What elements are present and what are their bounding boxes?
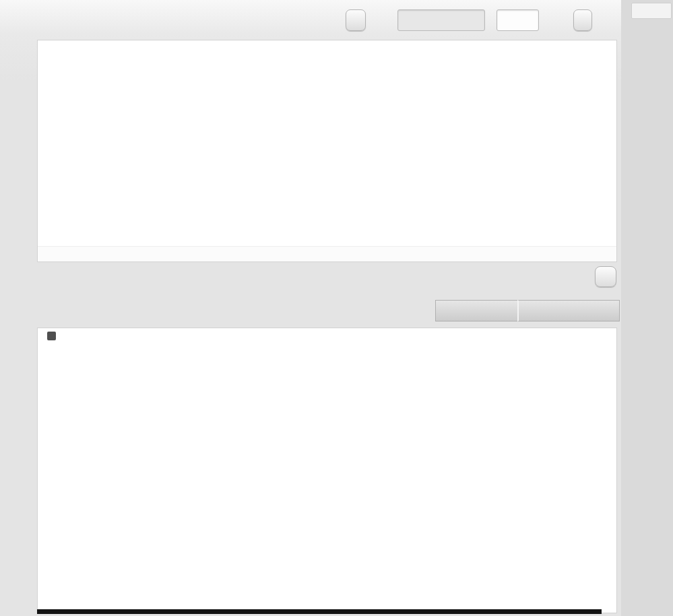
scrollbar-fragment[interactable] [631, 3, 672, 19]
max-speeds-block [360, 62, 417, 64]
filter-bar [435, 300, 620, 321]
chart-caption [38, 246, 616, 261]
update-button[interactable] [573, 9, 592, 31]
results-table [37, 328, 617, 613]
direction-legend [288, 315, 305, 325]
results-per-page-select[interactable] [517, 300, 620, 321]
date-input[interactable] [397, 9, 485, 31]
speed-line-chart [85, 96, 600, 250]
viewport-cutoff-bar [37, 609, 602, 614]
identifier-select[interactable] [435, 300, 517, 321]
sort-icon[interactable] [47, 332, 56, 340]
only-upload-filter[interactable] [288, 315, 291, 325]
max-speeds-label [360, 62, 402, 64]
avg-speeds-label [71, 62, 113, 64]
time-column-header[interactable] [41, 332, 164, 343]
table-header-row [38, 328, 616, 346]
more-results-button[interactable] [595, 266, 616, 287]
avg-speeds-block [71, 62, 129, 64]
days-input[interactable] [496, 9, 539, 31]
only-download-filter[interactable] [302, 315, 305, 325]
chart-panel [37, 40, 617, 262]
page-right-margin [621, 0, 673, 616]
default-button[interactable] [346, 9, 366, 31]
